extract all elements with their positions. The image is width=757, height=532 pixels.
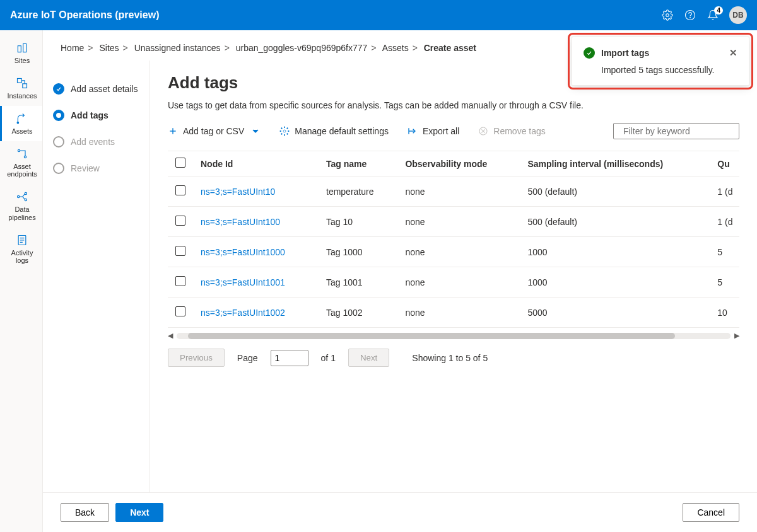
horizontal-scrollbar[interactable]: ◀ ▶: [168, 332, 739, 340]
toolbar: Add tag or CSV Manage default settings E…: [168, 119, 739, 151]
step-add-asset-details[interactable]: Add asset details: [53, 76, 139, 102]
sampling-cell: 500 (default): [520, 176, 710, 207]
node-id-cell[interactable]: ns=3;s=FastUInt1001: [193, 267, 319, 298]
breadcrumb-home[interactable]: Home: [61, 43, 84, 53]
scroll-right-icon[interactable]: ▶: [734, 332, 739, 340]
tag-name-cell: Tag 1001: [319, 267, 397, 298]
table-row[interactable]: ns=3;s=FastUInt1002Tag 1002none500010: [168, 298, 739, 328]
tags-table: Node Id Tag name Observability mode Samp…: [168, 151, 739, 328]
user-avatar[interactable]: DB: [729, 6, 747, 24]
add-tag-button[interactable]: Add tag or CSV: [168, 126, 261, 136]
table-row[interactable]: ns=3;s=FastUInt100Tag 10none500 (default…: [168, 207, 739, 237]
wizard-footer: Back Next Cancel: [43, 492, 757, 532]
step-add-tags[interactable]: Add tags: [53, 102, 139, 129]
node-id-cell[interactable]: ns=3;s=FastUInt10: [193, 176, 319, 207]
export-all-button[interactable]: Export all: [408, 126, 459, 136]
queue-cell: 10: [710, 298, 739, 328]
node-id-cell[interactable]: ns=3;s=FastUInt1002: [193, 298, 319, 328]
table-row[interactable]: ns=3;s=FastUInt1001Tag 1001none10005: [168, 267, 739, 298]
row-checkbox[interactable]: [175, 306, 185, 316]
import-success-toast: Import tags ✕ Imported 5 tags successful…: [572, 37, 749, 86]
breadcrumb-current: Create asset: [424, 43, 476, 53]
tag-name-cell: Tag 1000: [319, 237, 397, 267]
col-tag-name[interactable]: Tag name: [319, 151, 397, 176]
search-icon: [619, 127, 619, 136]
page-of-label: of 1: [321, 353, 336, 363]
success-icon: [584, 47, 595, 59]
svg-rect-6: [23, 84, 27, 88]
next-page-button: Next: [348, 349, 389, 367]
nav-activity-logs[interactable]: Activity logs: [0, 228, 42, 270]
col-node-id[interactable]: Node Id: [193, 151, 319, 176]
left-nav: Sites Instances Assets Asset endpoints D…: [0, 30, 43, 532]
row-checkbox[interactable]: [175, 216, 185, 226]
queue-cell: 1 (d: [710, 207, 739, 237]
step-review[interactable]: Review: [53, 155, 139, 182]
check-icon: [53, 83, 64, 95]
cancel-button[interactable]: Cancel: [683, 503, 739, 522]
filter-input[interactable]: [623, 126, 734, 136]
help-icon[interactable]: [684, 9, 696, 21]
toast-close-icon[interactable]: ✕: [729, 47, 737, 59]
settings-icon[interactable]: [661, 9, 674, 21]
breadcrumb-unassigned[interactable]: Unassigned instances: [134, 43, 221, 53]
observability-cell: none: [397, 207, 520, 237]
sampling-cell: 5000: [520, 298, 710, 328]
nav-asset-endpoints[interactable]: Asset endpoints: [0, 141, 42, 184]
row-checkbox[interactable]: [175, 246, 185, 256]
showing-label: Showing 1 to 5 of 5: [412, 353, 488, 363]
tag-name-cell: Tag 1002: [319, 298, 397, 328]
breadcrumb-sites[interactable]: Sites: [99, 43, 119, 53]
svg-point-16: [283, 130, 286, 132]
tag-name-cell: Tag 10: [319, 207, 397, 237]
step-add-events[interactable]: Add events: [53, 129, 139, 155]
nav-instances[interactable]: Instances: [0, 71, 42, 106]
queue-cell: 1 (d: [710, 176, 739, 207]
breadcrumb-assets[interactable]: Assets: [382, 43, 409, 53]
node-id-cell[interactable]: ns=3;s=FastUInt1000: [193, 237, 319, 267]
page-description: Use tags to get data from specific sourc…: [168, 100, 739, 110]
svg-point-7: [17, 122, 19, 124]
remove-tags-button: Remove tags: [478, 126, 545, 136]
notification-icon[interactable]: 4: [707, 9, 719, 21]
toast-title: Import tags: [601, 48, 649, 58]
table-row[interactable]: ns=3;s=FastUInt1000Tag 1000none10005: [168, 237, 739, 267]
svg-point-2: [690, 17, 691, 18]
sampling-cell: 1000: [520, 267, 710, 298]
svg-rect-4: [23, 43, 26, 52]
col-observability[interactable]: Observability mode: [397, 151, 520, 176]
pending-step-icon: [53, 163, 64, 174]
observability-cell: none: [397, 237, 520, 267]
row-checkbox[interactable]: [175, 185, 185, 195]
breadcrumb-instance[interactable]: urban_goggles-v69pq969p6fx777: [236, 43, 368, 53]
top-bar-actions: 4 DB: [661, 6, 747, 24]
svg-point-22: [619, 131, 619, 132]
queue-cell: 5: [710, 267, 739, 298]
select-all-checkbox[interactable]: [175, 158, 185, 168]
observability-cell: none: [397, 298, 520, 328]
svg-rect-5: [18, 79, 22, 83]
manage-settings-button[interactable]: Manage default settings: [279, 126, 389, 136]
col-sampling[interactable]: Sampling interval (milliseconds): [520, 151, 710, 176]
back-button[interactable]: Back: [61, 503, 109, 522]
svg-point-12: [25, 199, 26, 201]
queue-cell: 5: [710, 237, 739, 267]
nav-assets[interactable]: Assets: [0, 106, 42, 141]
page-input[interactable]: [271, 350, 308, 366]
nav-sites[interactable]: Sites: [0, 35, 42, 71]
scroll-left-icon[interactable]: ◀: [168, 332, 173, 340]
sampling-cell: 1000: [520, 237, 710, 267]
svg-point-10: [18, 196, 20, 198]
node-id-cell[interactable]: ns=3;s=FastUInt100: [193, 207, 319, 237]
active-step-icon: [53, 110, 64, 121]
svg-point-11: [25, 193, 26, 195]
filter-input-wrapper[interactable]: [613, 123, 739, 139]
sampling-cell: 500 (default): [520, 207, 710, 237]
row-checkbox[interactable]: [175, 276, 185, 286]
col-queue[interactable]: Qu: [710, 151, 739, 176]
nav-data-pipelines[interactable]: Data pipelines: [0, 184, 42, 227]
next-button[interactable]: Next: [115, 503, 163, 522]
product-title: Azure IoT Operations (preview): [10, 9, 159, 21]
table-row[interactable]: ns=3;s=FastUInt10temperaturenone500 (def…: [168, 176, 739, 207]
top-bar: Azure IoT Operations (preview) 4 DB: [0, 0, 757, 30]
